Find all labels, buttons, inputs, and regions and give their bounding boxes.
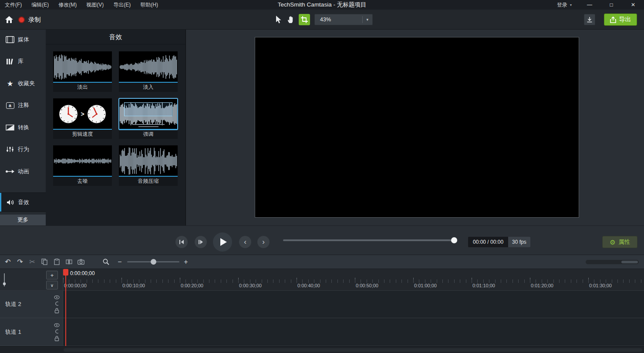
- track-2-header: 轨道 2: [0, 291, 63, 318]
- zoom-in-button[interactable]: +: [180, 255, 192, 269]
- chevron-right-icon: ›: [262, 238, 265, 246]
- record-icon: [18, 17, 25, 23]
- sidebar-item-transitions[interactable]: 转换: [0, 118, 46, 138]
- seek-slider-knob[interactable]: [451, 237, 457, 243]
- playhead-line: [65, 275, 66, 346]
- copy-button[interactable]: [39, 255, 50, 269]
- next-frame-button[interactable]: [195, 236, 207, 248]
- canvas-stage[interactable]: [255, 37, 579, 218]
- select-tool-button[interactable]: [273, 14, 284, 25]
- annotation-icon: a: [5, 102, 15, 109]
- add-track-button[interactable]: +: [46, 271, 58, 279]
- redo-button[interactable]: ↷: [14, 255, 26, 269]
- menu-file[interactable]: 文件(F): [0, 1, 27, 9]
- plus-icon: +: [184, 259, 188, 266]
- zoom-level-value: 43%: [315, 17, 362, 23]
- ruler-tick-label: 0:00:20;00: [181, 283, 203, 288]
- effect-thumbnail: [53, 145, 112, 177]
- magnifier-icon: [103, 259, 109, 265]
- home-icon: [5, 16, 13, 24]
- waveform-compression: [119, 145, 178, 177]
- track-1-lane[interactable]: [63, 318, 644, 346]
- effect-thumbnail: >: [53, 98, 112, 130]
- maximize-button[interactable]: □: [600, 0, 622, 10]
- effect-tile-clip-speed[interactable]: > 剪辑速度: [53, 98, 112, 139]
- sidebar-item-media[interactable]: 媒体: [0, 30, 46, 50]
- sidebar-item-label: 注释: [18, 101, 29, 109]
- track-visibility-icon[interactable]: [54, 323, 60, 327]
- effect-label: 淡出: [53, 83, 112, 92]
- track-visibility-icon[interactable]: [54, 295, 60, 299]
- track-toggles: [54, 323, 60, 341]
- timeline-scrollbar[interactable]: [586, 260, 639, 264]
- menu-modify[interactable]: 修改(M): [54, 1, 81, 9]
- sidebar-item-animations[interactable]: 动画: [0, 161, 46, 182]
- previous-frame-button[interactable]: [175, 236, 188, 248]
- record-button[interactable]: 录制: [18, 14, 41, 25]
- menu-export[interactable]: 导出(E): [108, 1, 135, 9]
- paste-icon: [54, 259, 60, 265]
- track-2-lane[interactable]: [63, 291, 644, 318]
- split-button[interactable]: [63, 255, 74, 269]
- sidebar-item-audio-effects[interactable]: 音效: [0, 192, 46, 212]
- timeline-zoom-slider[interactable]: [127, 261, 179, 262]
- menu-help[interactable]: 帮助(H): [135, 1, 163, 9]
- sign-in-button[interactable]: 登录 ▾: [550, 1, 579, 9]
- effect-tile-audio-compression[interactable]: 音频压缩: [119, 145, 178, 186]
- hand-icon: [287, 15, 295, 24]
- sidebar: 媒体 库 ★ 收藏夹 a 注释 转换 行为 动画 音效: [0, 30, 46, 225]
- minimize-button[interactable]: —: [579, 0, 600, 10]
- timeline-corner: + ∨: [0, 269, 63, 291]
- menu-edit[interactable]: 编辑(E): [27, 1, 54, 9]
- close-button[interactable]: ✕: [622, 0, 644, 10]
- effect-tile-fade-in[interactable]: 淡入: [119, 51, 178, 92]
- cut-button[interactable]: ✂: [27, 255, 38, 269]
- horizontal-scrollbar[interactable]: [64, 348, 642, 352]
- jump-back-button[interactable]: ‹: [239, 236, 251, 248]
- track-loop-icon[interactable]: [54, 301, 59, 306]
- track-height-slider[interactable]: [1, 272, 7, 287]
- paste-button[interactable]: [51, 255, 62, 269]
- speaker-icon: [5, 199, 15, 206]
- pan-tool-button[interactable]: [286, 14, 297, 25]
- undo-icon: ↶: [5, 259, 10, 266]
- seek-slider[interactable]: [283, 239, 457, 241]
- effect-label: 剪辑速度: [53, 130, 112, 139]
- timeline-ruler[interactable]: 0:00:00;00 0:00:00;00 0:00:10;00 0:00:20…: [63, 269, 644, 291]
- timeline-zoom-button[interactable]: [100, 255, 111, 269]
- effect-tile-fade-out[interactable]: 淡出: [53, 51, 112, 92]
- menu-view[interactable]: 视图(V): [81, 1, 108, 9]
- timeline-toolbar: ↶ ↷ ✂ − +: [0, 255, 644, 269]
- effect-tile-noise-removal[interactable]: 去噪: [53, 145, 112, 186]
- undo-button[interactable]: ↶: [2, 255, 13, 269]
- collapse-tracks-button[interactable]: ∨: [46, 281, 58, 289]
- zoom-out-button[interactable]: −: [114, 255, 125, 269]
- redo-icon: ↷: [17, 259, 23, 266]
- play-icon: [220, 238, 227, 246]
- effect-label: 强调: [119, 130, 178, 139]
- snapshot-button[interactable]: [75, 255, 87, 269]
- timeline-scrollbar-handle[interactable]: [621, 261, 638, 263]
- effect-label: 音频压缩: [119, 177, 178, 186]
- minus-icon: −: [118, 259, 121, 266]
- properties-button[interactable]: ⚙ 属性: [602, 236, 637, 248]
- track-lock-icon[interactable]: [54, 336, 59, 341]
- export-button[interactable]: 导出: [604, 13, 637, 26]
- track-loop-icon[interactable]: [54, 329, 59, 334]
- crop-tool-button[interactable]: [299, 14, 310, 25]
- effect-tile-emphasize[interactable]: 强调: [119, 98, 178, 139]
- jump-forward-button[interactable]: ›: [257, 236, 270, 248]
- timeline-zoom-knob[interactable]: [151, 259, 156, 265]
- sidebar-item-favorites[interactable]: ★ 收藏夹: [0, 74, 46, 94]
- play-button[interactable]: [213, 232, 232, 252]
- sidebar-item-behaviors[interactable]: 行为: [0, 139, 46, 159]
- home-button[interactable]: [4, 15, 14, 24]
- playhead-marker[interactable]: [63, 269, 68, 276]
- track-lock-icon[interactable]: [54, 308, 59, 313]
- more-tab-button[interactable]: 更多: [0, 215, 46, 225]
- sidebar-item-annotations[interactable]: a 注释: [0, 95, 46, 115]
- sidebar-item-library[interactable]: 库: [0, 51, 46, 71]
- zoom-level-select[interactable]: 43% ▾: [314, 14, 373, 25]
- clock-icon: [87, 104, 107, 124]
- download-button[interactable]: [584, 14, 595, 25]
